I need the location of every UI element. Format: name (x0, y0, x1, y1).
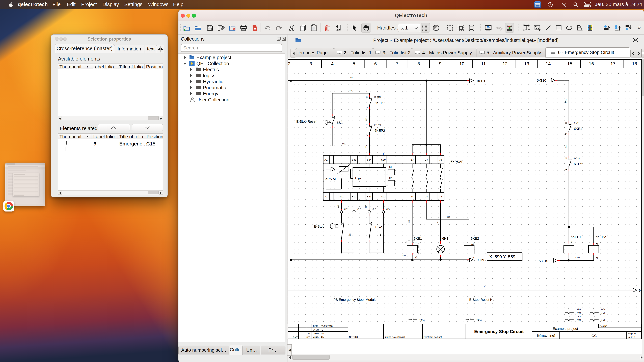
svg-text:6-B6: 6-B6 (576, 308, 580, 310)
svg-text:DSGN: DSGN (313, 329, 319, 331)
svg-text:8: 8 (418, 61, 420, 66)
svg-text:XE:2: XE:2 (357, 208, 361, 210)
svg-text:INIT: INIT (306, 336, 310, 339)
svg-text:11: 11 (366, 96, 368, 98)
svg-text:X: 590 Y: 559: X: 590 Y: 559 (489, 254, 515, 259)
svg-text:0VDC: 0VDC (402, 255, 407, 257)
svg-text:14: 14 (411, 195, 414, 198)
svg-text:611: 611 (436, 220, 438, 223)
svg-text:6KEP1: 6KEP1 (571, 235, 581, 239)
svg-text:620: 620 (565, 145, 567, 148)
svg-text:230L: 230L (565, 99, 567, 103)
svg-text:A2: A2 (324, 195, 328, 198)
svg-text:7-E3: 7-E3 (601, 312, 605, 314)
svg-text:(6-G8): (6-G8) (574, 122, 579, 124)
svg-text:14: 14 (565, 133, 567, 135)
svg-text:01/09/2018: 01/09/2018 (321, 325, 332, 328)
svg-text:6: 6 (374, 61, 377, 66)
svg-text:11: 11 (481, 61, 486, 66)
svg-text:Page: 6: Page: 6 (628, 332, 636, 335)
svg-text:7-C3: 7-C3 (576, 312, 581, 314)
svg-text:606: 606 (349, 232, 351, 236)
svg-text:6KE2: 6KE2 (471, 237, 479, 240)
svg-text:24V1: 24V1 (350, 77, 354, 79)
svg-text:6-D15: 6-D15 (476, 319, 482, 321)
svg-text:5-G10: 5-G10 (539, 259, 548, 263)
svg-text:7-C3: 7-C3 (576, 319, 581, 321)
svg-text:A1: A1 (472, 243, 474, 245)
svg-text:XPS AF: XPS AF (325, 177, 337, 181)
svg-text:609: 609 (408, 220, 410, 223)
svg-text:5-G10: 5-G10 (537, 79, 546, 82)
svg-text:6KEP2: 6KEP2 (596, 235, 606, 239)
svg-text:6S1: 6S1 (337, 121, 343, 124)
svg-text:7-C3: 7-C3 (576, 316, 581, 318)
svg-text:605: 605 (337, 205, 339, 208)
svg-text:23: 23 (425, 158, 428, 161)
svg-text:12: 12 (366, 107, 368, 109)
svg-text:18: 18 (632, 61, 637, 66)
svg-text:S39: S39 (381, 158, 386, 161)
svg-text:Proj N°:: Proj N°: (600, 325, 608, 327)
svg-text:(6-G16): (6-G16) (374, 124, 381, 126)
svg-text:-IGC: -IGC (589, 334, 597, 338)
svg-text:11: 11 (565, 157, 567, 159)
svg-text:6-C6: 6-C6 (601, 308, 606, 310)
svg-text:DATE: DATE (293, 336, 298, 339)
svg-text:607: 607 (365, 205, 367, 208)
svg-text:11: 11 (565, 122, 567, 124)
svg-text:E-Stop Reset: E-Stop Reset (296, 120, 316, 123)
svg-text:7: 7 (396, 61, 398, 66)
svg-text:S34: S34 (367, 158, 372, 161)
svg-text:Example project: Example project (553, 327, 578, 331)
svg-text:(6-G10): (6-G10) (574, 157, 580, 159)
svg-text:%{machine}: %{machine} (536, 334, 555, 337)
svg-text:DATE: DATE (313, 325, 318, 327)
svg-text:14: 14 (565, 168, 567, 170)
svg-text:K1: K1 (389, 166, 392, 168)
svg-text:K2: K2 (389, 177, 392, 179)
svg-text:601: 601 (342, 143, 346, 145)
svg-text:E-Stop: E-Stop (314, 225, 324, 228)
svg-text:5: 5 (353, 61, 355, 66)
svg-text:APPD: APPD (313, 336, 319, 339)
svg-text:22: 22 (308, 332, 310, 335)
svg-text:6S2: 6S2 (375, 225, 382, 229)
svg-text:A1: A1 (414, 242, 417, 244)
svg-text:6-C15: 6-C15 (420, 319, 425, 321)
svg-text:Logic: Logic (355, 177, 362, 180)
svg-text:XE:4: XE:4 (386, 208, 390, 210)
svg-text:AM: AM (321, 336, 324, 339)
svg-text:T: T (342, 174, 344, 177)
svg-text:XE:1: XE:1 (344, 208, 348, 210)
svg-text:34: 34 (439, 195, 442, 198)
svg-text:6KE1: 6KE1 (574, 127, 582, 131)
svg-text:(6-G15): (6-G15) (374, 96, 381, 98)
svg-text:QET 0.8: QET 0.8 (349, 336, 358, 338)
svg-text:A1: A1 (596, 243, 598, 245)
svg-text:S21: S21 (367, 195, 372, 198)
svg-text:7-E3: 7-E3 (601, 316, 605, 318)
svg-text:IM: IM (321, 329, 324, 331)
svg-text:PE: PE (483, 286, 486, 288)
svg-text:CHKD: CHKD (313, 333, 319, 335)
svg-text:17: 17 (610, 61, 616, 66)
svg-text:A1: A1 (324, 158, 328, 161)
svg-text:4: 4 (331, 61, 334, 66)
svg-text:15: 15 (567, 61, 572, 66)
svg-text:12: 12 (366, 135, 368, 137)
svg-text:608: 608 (380, 232, 382, 236)
svg-text:Emergency Stop Circuit: Emergency Stop Circuit (474, 329, 524, 334)
svg-text:24: 24 (425, 195, 428, 198)
svg-text:13: 13 (411, 158, 414, 161)
svg-text:XE:3: XE:3 (372, 208, 376, 210)
svg-text:Next: 7: Next: 7 (628, 336, 635, 338)
svg-text:603: 603 (365, 118, 367, 121)
svg-text:33: 33 (439, 158, 442, 161)
svg-text:Intake Gate Control: Intake Gate Control (384, 336, 405, 338)
svg-text:A2: A2 (472, 257, 474, 259)
svg-text:6KEP2: 6KEP2 (374, 129, 385, 132)
svg-text:7-E3: 7-E3 (601, 319, 605, 321)
svg-text:10: 10 (459, 61, 464, 66)
svg-text:604: 604 (365, 145, 367, 148)
